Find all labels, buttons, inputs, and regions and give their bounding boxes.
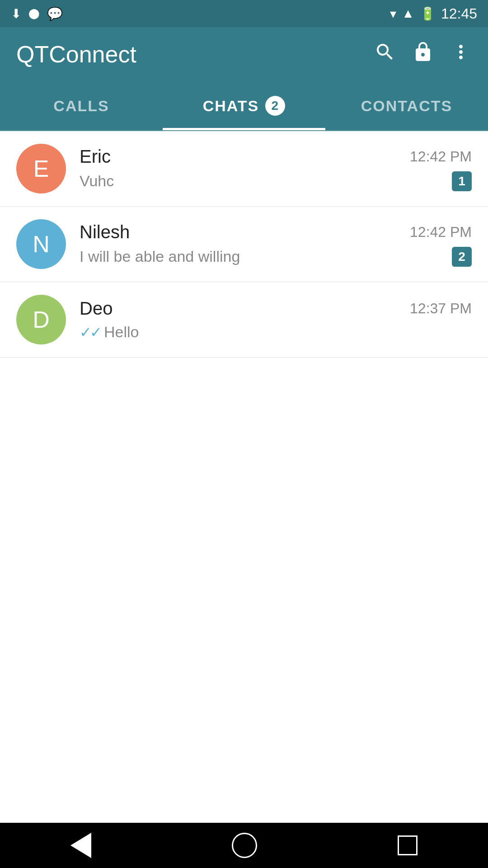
chat-bottom-nilesh: I will be able and willing 2 — [80, 247, 472, 267]
home-circle-icon — [232, 833, 257, 858]
chat-item-nilesh[interactable]: N Nilesh 12:42 PM I will be able and wil… — [0, 207, 488, 282]
tab-calls[interactable]: CALLS — [0, 81, 163, 130]
chat-bottom-deo: ✓✓ Hello — [80, 323, 472, 341]
status-bar-right: ▾ ▲ 🔋 12:45 — [390, 5, 477, 22]
chat-preview-deo: ✓✓ Hello — [80, 323, 139, 341]
search-icon[interactable] — [374, 41, 396, 68]
back-triangle-icon — [70, 833, 91, 858]
app-title: QTConnect — [16, 41, 136, 68]
chat-content-nilesh: Nilesh 12:42 PM I will be able and willi… — [80, 222, 472, 267]
status-bar-left: ⬇ ⬤ 💬 — [11, 6, 63, 21]
chat-content-eric: Eric 12:42 PM Vuhc 1 — [80, 146, 472, 191]
double-check-icon: ✓✓ — [80, 324, 100, 341]
unread-badge-nilesh: 2 — [452, 247, 472, 267]
chat-bottom-eric: Vuhc 1 — [80, 171, 472, 191]
status-bar: ⬇ ⬤ 💬 ▾ ▲ 🔋 12:45 — [0, 0, 488, 27]
chat-content-deo: Deo 12:37 PM ✓✓ Hello — [80, 298, 472, 341]
avatar-initial-nilesh: N — [33, 231, 50, 258]
download-icon: ⬇ — [11, 6, 21, 21]
chat-top-nilesh: Nilesh 12:42 PM — [80, 222, 472, 242]
tab-bar: CALLS CHATS 2 CONTACTS — [0, 81, 488, 131]
chat-list: E Eric 12:42 PM Vuhc 1 N Nilesh 12:42 PM… — [0, 131, 488, 358]
lock-icon[interactable] — [412, 41, 434, 68]
recents-button[interactable] — [398, 835, 418, 855]
avatar-initial-deo: D — [33, 306, 50, 333]
chat-preview-nilesh: I will be able and willing — [80, 248, 240, 265]
more-menu-icon[interactable] — [450, 41, 472, 68]
tab-chats-label: CHATS — [203, 97, 259, 115]
avatar-eric: E — [16, 144, 66, 193]
wifi-icon: ▾ — [390, 6, 396, 21]
bottom-nav — [0, 823, 488, 868]
chats-badge: 2 — [265, 96, 285, 116]
battery-icon: 🔋 — [420, 6, 436, 21]
message-icon: 💬 — [47, 6, 63, 21]
app-bar: QTConnect — [0, 27, 488, 81]
home-button[interactable] — [232, 833, 257, 858]
tab-calls-label: CALLS — [53, 97, 109, 115]
recents-square-icon — [398, 835, 418, 855]
chat-top-deo: Deo 12:37 PM — [80, 298, 472, 319]
avatar-initial-eric: E — [33, 155, 49, 182]
chat-name-nilesh: Nilesh — [80, 222, 130, 242]
avatar-deo: D — [16, 295, 66, 344]
chat-item-eric[interactable]: E Eric 12:42 PM Vuhc 1 — [0, 131, 488, 207]
avatar-nilesh: N — [16, 219, 66, 269]
chat-time-eric: 12:42 PM — [410, 148, 472, 165]
app-bar-actions — [374, 41, 472, 68]
tab-contacts-label: CONTACTS — [361, 97, 452, 115]
tab-contacts[interactable]: CONTACTS — [325, 81, 488, 130]
chat-time-deo: 12:37 PM — [410, 300, 472, 317]
unread-badge-eric: 1 — [452, 171, 472, 191]
chat-top-eric: Eric 12:42 PM — [80, 146, 472, 167]
chat-preview-eric: Vuhc — [80, 172, 114, 190]
chat-item-deo[interactable]: D Deo 12:37 PM ✓✓ Hello — [0, 282, 488, 358]
cellular-icon: ▲ — [402, 6, 414, 21]
chat-preview-text-deo: Hello — [104, 323, 139, 341]
chat-time-nilesh: 12:42 PM — [410, 224, 472, 241]
status-time: 12:45 — [441, 5, 477, 22]
chat-name-deo: Deo — [80, 298, 113, 319]
chat-name-eric: Eric — [80, 146, 111, 167]
signal-icon: ⬤ — [28, 8, 40, 19]
back-button[interactable] — [70, 833, 91, 858]
tab-chats[interactable]: CHATS 2 — [163, 81, 325, 130]
